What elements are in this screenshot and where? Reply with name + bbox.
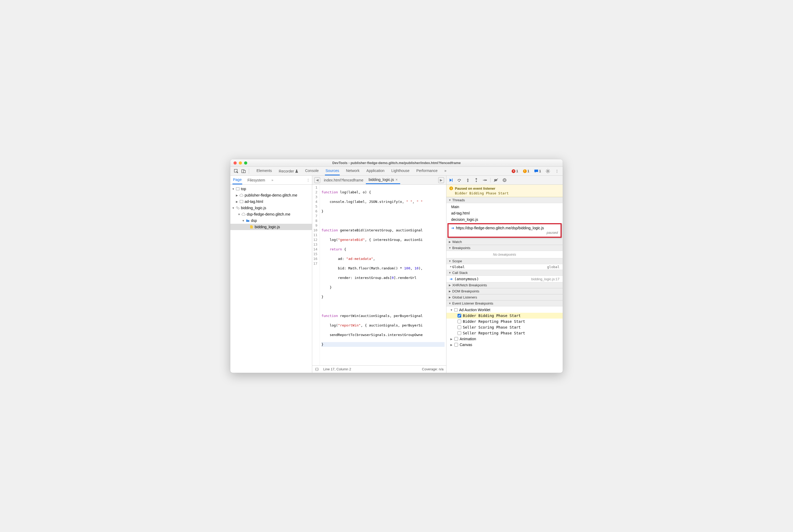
settings-icon[interactable]: [544, 168, 551, 174]
event-cat-canvas[interactable]: ▶Canvas: [447, 342, 563, 348]
close-tab-icon[interactable]: ×: [395, 177, 398, 182]
chevron-right-icon: ▶: [235, 194, 238, 197]
svg-rect-2: [244, 170, 245, 173]
tree-adtag[interactable]: ▶ad-tag.html: [230, 198, 312, 205]
tree-file-bidding[interactable]: bidding_logic.js: [230, 224, 312, 230]
section-xhr[interactable]: ▶XHR/fetch Breakpoints: [447, 282, 563, 288]
section-scope[interactable]: ▼Scope: [447, 258, 563, 264]
devtools-window: DevTools - publisher-fledge-demo.glitch.…: [230, 159, 563, 373]
thread-main[interactable]: Main: [447, 204, 563, 210]
checkbox[interactable]: [457, 325, 461, 329]
error-badge[interactable]: × 1: [510, 169, 520, 174]
checkbox[interactable]: [454, 337, 458, 341]
svg-rect-15: [504, 179, 504, 181]
step-into-icon[interactable]: [465, 177, 471, 183]
checkbox[interactable]: [454, 343, 458, 346]
section-callstack[interactable]: ▼Call Stack: [447, 270, 563, 276]
side-tab-overflow-icon[interactable]: »: [271, 178, 273, 182]
tab-recorder[interactable]: Recorder: [278, 167, 299, 175]
event-bidder-reporting-start[interactable]: Bidder Reporting Phase Start: [447, 319, 563, 324]
warning-badge[interactable]: ! 1: [522, 169, 531, 174]
tab-sources[interactable]: Sources: [325, 167, 339, 175]
side-tab-page[interactable]: Page: [232, 176, 242, 184]
event-cat-adworklet[interactable]: ▼Ad Auction Worklet: [447, 307, 563, 313]
event-cat-animation[interactable]: ▶Animation: [447, 336, 563, 342]
step-over-icon[interactable]: [456, 177, 462, 183]
tabs-overflow-icon[interactable]: »: [444, 167, 447, 175]
thread-bidding-highlighted[interactable]: ➔https://dsp-fledge-demo.glitch.me/dsp/b…: [448, 223, 562, 238]
file-tab-index[interactable]: index.html?fencedframe: [321, 176, 366, 184]
resume-icon[interactable]: [448, 177, 454, 183]
pause-exceptions-icon[interactable]: [502, 177, 507, 183]
titlebar: DevTools - publisher-fledge-demo.glitch.…: [230, 159, 563, 167]
section-breakpoints[interactable]: ▼Breakpoints: [447, 245, 563, 251]
side-kebab-icon[interactable]: ⋮: [306, 178, 310, 182]
section-watch[interactable]: ▶Watch: [447, 239, 563, 245]
frame-icon: [235, 187, 240, 190]
tab-elements[interactable]: Elements: [256, 167, 272, 175]
svg-rect-8: [452, 178, 453, 182]
main-toolbar: Elements Recorder Console Sources Networ…: [230, 167, 563, 176]
editor-panel: ◀ index.html?fencedframe bidding_logic.j…: [312, 176, 447, 373]
stack-frame-0[interactable]: ➔ (anonymous) bidding_logic.js:17: [447, 276, 563, 282]
svg-rect-5: [240, 200, 243, 203]
messages-badge[interactable]: 1: [532, 169, 543, 174]
step-icon[interactable]: [482, 177, 488, 183]
line-gutter: 1234567891011121314151617: [312, 185, 320, 365]
file-tab-bidding[interactable]: bidding_logic.js ×: [366, 176, 400, 184]
svg-point-3: [547, 170, 549, 172]
message-icon: [534, 169, 539, 173]
current-frame-arrow-icon: ➔: [450, 277, 453, 281]
device-toolbar-icon[interactable]: [240, 168, 247, 174]
kebab-menu-icon[interactable]: ⋮: [553, 168, 561, 174]
coverage-status: Coverage: n/a: [422, 367, 443, 371]
nav-forward-icon[interactable]: ▶: [438, 177, 444, 183]
cloud-icon: [242, 213, 246, 216]
tab-application[interactable]: Application: [366, 167, 385, 175]
section-globals[interactable]: ▶Global Listeners: [447, 294, 563, 300]
chevron-down-icon: ▼: [232, 207, 234, 209]
scope-global[interactable]: ▶Globalglobal: [447, 264, 563, 270]
tree-bidding-logic[interactable]: ▼bidding_logic.js: [230, 205, 312, 211]
section-event-breakpoints[interactable]: ▼Event Listener Breakpoints: [447, 300, 563, 306]
checkbox[interactable]: [457, 320, 461, 323]
paused-banner: i Paused on event listener Bidder Biddin…: [447, 185, 563, 197]
svg-point-10: [467, 181, 468, 182]
nav-back-icon[interactable]: ◀: [314, 177, 320, 183]
cursor-position: Line 17, Column 2: [323, 367, 351, 371]
tree-top[interactable]: ▼top: [230, 186, 312, 192]
event-seller-scoring-start[interactable]: Seller Scoring Phase Start: [447, 324, 563, 330]
deactivate-breakpoints-icon[interactable]: [493, 177, 499, 183]
thread-decision[interactable]: decision_logic.js: [447, 216, 563, 223]
svg-text:i: i: [451, 187, 451, 190]
tab-performance[interactable]: Performance: [416, 167, 438, 175]
inspect-element-icon[interactable]: [232, 168, 240, 174]
thread-adtag[interactable]: ad-tag.html: [447, 210, 563, 216]
side-tab-filesystem[interactable]: Filesystem: [247, 176, 266, 184]
svg-rect-16: [505, 179, 505, 181]
checkbox[interactable]: [457, 314, 461, 318]
svg-point-11: [476, 181, 477, 182]
error-icon: ×: [512, 169, 515, 173]
svg-point-7: [238, 208, 239, 209]
frame-icon: [239, 200, 244, 203]
tab-network[interactable]: Network: [345, 167, 360, 175]
tab-console[interactable]: Console: [305, 167, 319, 175]
checkbox-mixed[interactable]: [454, 308, 457, 311]
event-seller-reporting-start[interactable]: Seller Reporting Phase Start: [447, 330, 563, 336]
section-dom[interactable]: ▶DOM Breakpoints: [447, 288, 563, 294]
svg-point-14: [503, 178, 506, 182]
section-threads[interactable]: ▼Threads: [447, 197, 563, 203]
warning-icon: !: [523, 169, 527, 173]
event-bidder-bidding-start[interactable]: Bidder Bidding Phase Start: [447, 313, 563, 319]
step-out-icon[interactable]: [473, 177, 479, 183]
svg-point-9: [458, 181, 460, 182]
pretty-print-icon[interactable]: {}: [315, 367, 319, 371]
tree-origin-publisher[interactable]: ▶publisher-fledge-demo.glitch.me: [230, 192, 312, 198]
tree-origin-dsp[interactable]: ▼dsp-fledge-demo.glitch.me: [230, 211, 312, 217]
file-tree: ▼top ▶publisher-fledge-demo.glitch.me ▶a…: [230, 185, 312, 373]
tab-lighthouse[interactable]: Lighthouse: [391, 167, 410, 175]
code-editor[interactable]: function log(label, o) { console.log(lab…: [320, 185, 446, 365]
tree-folder-dsp[interactable]: ▼dsp: [230, 217, 312, 224]
checkbox[interactable]: [457, 331, 461, 335]
